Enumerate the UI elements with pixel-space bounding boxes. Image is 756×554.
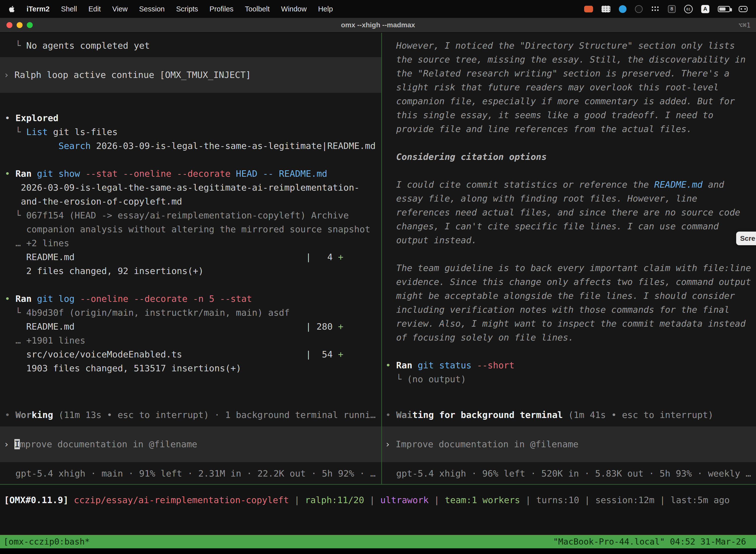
close-button[interactable] <box>6 22 12 28</box>
terminal-line: Search 2026-03-09-is-legal-the-same-as-l… <box>0 139 381 153</box>
bottom-gap <box>0 548 756 554</box>
dark-app-icon[interactable] <box>635 5 643 13</box>
battery-icon[interactable] <box>718 6 730 12</box>
menu-item-view[interactable]: View <box>112 5 127 13</box>
terminal-pane-right[interactable]: However, I noticed the "Directory Struct… <box>382 33 756 484</box>
terminal-line: slight risk that future readers may over… <box>382 80 756 94</box>
blue-app-icon[interactable] <box>619 5 627 13</box>
minimize-button[interactable] <box>17 22 22 28</box>
battery-nub <box>730 8 732 11</box>
terminal-line: … +1901 lines <box>0 334 381 347</box>
tmux-host-clock-label: "MacBook-Pro-44.local" 04:52 31-Mar-26 <box>553 537 746 547</box>
terminal-line: this single essay, it seems like a good … <box>382 108 756 122</box>
window-title-bar: omx --xhigh --madmax ⌥⌘1 <box>0 18 756 33</box>
terminal-line: review. Also, I might want to inspect th… <box>382 317 756 331</box>
terminal-line: companion file, especially if more comme… <box>382 94 756 108</box>
screen: iTerm2 ShellEditViewSessionScriptsProfil… <box>0 0 756 554</box>
terminal-line: README.md | 4 + <box>0 250 381 264</box>
keyboard-icon[interactable] <box>602 6 611 12</box>
menu-status-icons: 8 61 A <box>584 5 748 13</box>
terminal-line: changes, I can't cite specific file line… <box>382 219 756 233</box>
input-source-icon[interactable]: A <box>701 5 709 13</box>
terminal-line: including verification notes with those … <box>382 303 756 317</box>
menu-item-edit[interactable]: Edit <box>88 5 101 13</box>
terminal-line: └ List git ls-files <box>0 125 381 139</box>
agents-status-line: └ No agents completed yet <box>0 39 381 53</box>
launchpad-dots-icon[interactable] <box>651 6 659 12</box>
ralph-loop-banner[interactable]: › Ralph loop active continue [OMX_TMUX_I… <box>0 57 381 93</box>
key-app-icon[interactable]: 8 <box>668 5 676 13</box>
notification-toast[interactable]: Scre <box>736 232 756 245</box>
battery-gauge-icon[interactable]: 61 <box>684 5 693 13</box>
zoom-button[interactable] <box>27 22 33 28</box>
pane-spacer <box>0 375 381 408</box>
terminal-line: └ 067f154 (HEAD -> essay/ai-reimplementa… <box>0 209 381 222</box>
terminal-line: 1903 files changed, 513517 insertions(+) <box>0 362 381 375</box>
terminal-line: provide file and line references from th… <box>382 122 756 136</box>
terminal-line: companion analysis without altering the … <box>0 222 381 236</box>
working-status-line: • Working (11m 13s • esc to interrupt) ·… <box>0 408 381 422</box>
menu-item-help[interactable]: Help <box>318 5 333 13</box>
explored-header-line: • Explored <box>0 111 381 125</box>
menu-item-iterm2[interactable]: iTerm2 <box>26 5 50 13</box>
terminal-line <box>382 164 756 178</box>
menu-item-shell[interactable]: Shell <box>61 5 77 13</box>
terminal-line: references need actual files, and since … <box>382 206 756 219</box>
terminal-line <box>382 136 756 150</box>
terminal-line <box>382 344 756 358</box>
terminal-line: … +2 lines <box>0 236 381 250</box>
session-meta-line: gpt-5.4 xhigh · 96% left · 520K in · 5.8… <box>382 466 756 481</box>
menu-item-toolbelt[interactable]: Toolbelt <box>245 5 270 13</box>
terminal-panes: └ No agents completed yet› Ralph loop ac… <box>0 33 756 484</box>
ran-git-show-line: • Ran git show --stat --oneline --decora… <box>0 167 381 181</box>
terminal-line: might be acceptable alongside the file l… <box>382 289 756 303</box>
terminal-line: README.md | 280 + <box>0 320 381 334</box>
terminal-line: and-the-erosion-of-copyleft.md <box>0 195 381 209</box>
terminal-pane-left[interactable]: └ No agents completed yet› Ralph loop ac… <box>0 33 381 484</box>
terminal-line: of focusing solely on file lines. <box>382 331 756 344</box>
session-meta-line: gpt-5.4 xhigh · main · 91% left · 2.31M … <box>0 466 381 481</box>
tmux-session-label: [omx-cczip0:bash* <box>3 537 90 547</box>
menu-item-profiles[interactable]: Profiles <box>209 5 234 13</box>
terminal-line: evidence. Since this change only affects… <box>382 275 756 289</box>
terminal-line: The team guideline is to back every impo… <box>382 261 756 275</box>
terminal-line: the "Related research writing" section i… <box>382 66 756 80</box>
terminal-line <box>0 97 381 111</box>
ran-git-status-line: • Ran git status --short <box>382 358 756 372</box>
prompt-input[interactable]: › Improve documentation in @filename <box>0 427 381 462</box>
window-shortcut-badge: ⌥⌘1 <box>738 21 751 29</box>
terminal-line: essay file, along with finding root file… <box>382 191 756 206</box>
terminal-line: 2 files changed, 92 insertions(+) <box>0 264 381 278</box>
menu-item-window[interactable]: Window <box>281 5 307 13</box>
terminal-line: └ 4b9d30f (origin/main, instructkr/main,… <box>0 306 381 320</box>
pane-spacer <box>382 386 756 408</box>
window-title: omx --xhigh --madmax <box>341 21 415 29</box>
terminal-line: the source tree, missing the essay. Stil… <box>382 53 756 66</box>
traffic-lights <box>6 22 33 28</box>
screen-recording-icon[interactable] <box>584 6 593 12</box>
terminal-line: output instead. <box>382 233 756 247</box>
thinking-header: Considering citation options <box>382 150 756 164</box>
terminal-line: However, I noticed the "Directory Struct… <box>382 39 756 53</box>
menu-items: ShellEditViewSessionScriptsProfilesToolb… <box>61 5 333 13</box>
macos-menu-bar: iTerm2 ShellEditViewSessionScriptsProfil… <box>0 0 756 18</box>
menu-item-scripts[interactable]: Scripts <box>176 5 198 13</box>
terminal-line <box>0 153 381 167</box>
prompt-input[interactable]: › Improve documentation in @filename <box>382 427 756 462</box>
terminal-line: I could cite commit statistics or refere… <box>382 178 756 191</box>
apple-menu-icon[interactable] <box>8 6 15 12</box>
toast-text: Scre <box>740 234 755 242</box>
terminal-line <box>0 278 381 292</box>
ran-git-log-line: • Ran git log --oneline --decorate -n 5 … <box>0 292 381 306</box>
terminal-line: └ (no output) <box>382 372 756 386</box>
tmux-status-bar: [omx-cczip0:bash* "MacBook-Pro-44.local"… <box>0 535 756 548</box>
omx-status-bar: [OMX#0.11.9] cczip/essay/ai-reimplementa… <box>0 485 756 535</box>
menu-left: iTerm2 ShellEditViewSessionScriptsProfil… <box>8 5 333 13</box>
terminal-line <box>382 247 756 261</box>
waiting-status-line: • Waiting for background terminal (1m 41… <box>382 408 756 422</box>
menu-item-session[interactable]: Session <box>139 5 165 13</box>
terminal-line: 2026-03-09-is-legal-the-same-as-legitima… <box>0 181 381 195</box>
terminal-line: src/voice/voiceModeEnabled.ts | 54 + <box>0 347 381 362</box>
battery-fill <box>719 7 726 11</box>
control-center-icon[interactable] <box>739 6 748 12</box>
